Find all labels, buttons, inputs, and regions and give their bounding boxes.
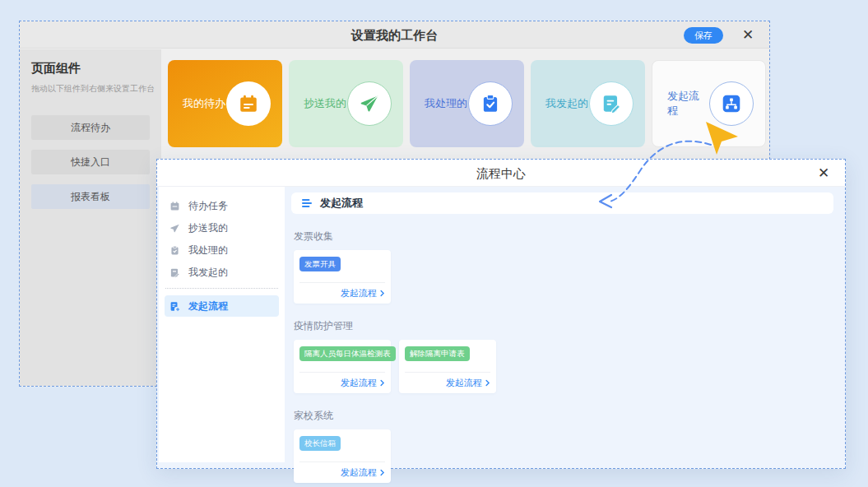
- process-tag-daily-temperature[interactable]: 隔离人员每日体温检测表: [299, 346, 396, 361]
- process-center-main: 发起流程 发票收集 发票开具 发起流程 疫情防护管理 隔离人员每日体温检测表 发…: [291, 187, 833, 468]
- menu-item-start-process[interactable]: 发起流程: [165, 295, 279, 317]
- widget-report-board[interactable]: 报表看板: [31, 184, 150, 209]
- card-label: 抄送我的: [304, 96, 346, 111]
- card-label: 我发起的: [545, 96, 588, 111]
- close-icon[interactable]: ✕: [812, 160, 835, 187]
- section-cards: 隔离人员每日体温检测表 发起流程 解除隔离申请表 发起流程: [291, 340, 833, 393]
- start-process-link[interactable]: 发起流程: [299, 372, 385, 389]
- card-label: 我处理的: [425, 96, 467, 111]
- widget-process-todo[interactable]: 流程待办: [31, 115, 150, 140]
- start-process-link[interactable]: 发起流程: [405, 372, 490, 389]
- note-pen-icon: [589, 81, 634, 126]
- main-header-bar: 发起流程: [291, 192, 833, 214]
- section-title-home-school: 家校系统: [294, 409, 833, 423]
- section-cards: 发票开具 发起流程: [291, 250, 833, 304]
- list-icon: [301, 198, 313, 208]
- menu-item-initiated-by-me[interactable]: 我发起的: [159, 262, 285, 284]
- clipboard-check-icon: [468, 81, 513, 126]
- sidebar-hint: 拖动以下组件到右侧来设置工作台: [31, 83, 150, 95]
- start-process-link[interactable]: 发起流程: [299, 282, 385, 299]
- chevron-right-icon: [380, 290, 385, 297]
- sidebar-title: 页面组件: [31, 61, 150, 77]
- widget-quick-entry[interactable]: 快捷入口: [31, 150, 150, 174]
- process-tag-principal-mailbox[interactable]: 校长信箱: [299, 436, 341, 451]
- workbench-titlebar: 设置我的工作台 保存 ✕: [20, 21, 769, 49]
- calendar-icon: [226, 81, 271, 126]
- process-center-titlebar: 流程中心 ✕: [157, 160, 845, 187]
- window-title: 流程中心: [157, 160, 845, 187]
- start-process-link-label: 发起流程: [341, 377, 377, 389]
- start-process-link-label: 发起流程: [341, 466, 377, 479]
- section-title-invoice: 发票收集: [294, 230, 833, 244]
- menu-item-handled-by-me[interactable]: 我处理的: [159, 239, 285, 262]
- chevron-right-icon: [380, 469, 385, 476]
- process-card-invoice: 发票开具 发起流程: [294, 250, 391, 304]
- card-my-todo[interactable]: 我的待办: [168, 60, 282, 147]
- components-sidebar: 页面组件 拖动以下组件到右侧来设置工作台 流程待办 快捷入口 报表看板: [20, 49, 161, 386]
- menu-item-label: 待办任务: [188, 199, 228, 213]
- save-button[interactable]: 保存: [684, 27, 723, 44]
- process-tag-invoice-issue[interactable]: 发票开具: [299, 257, 341, 271]
- window-title: 设置我的工作台: [20, 21, 769, 49]
- section-title-epidemic: 疫情防护管理: [294, 319, 833, 333]
- card-cc-me[interactable]: 抄送我的: [289, 60, 403, 147]
- start-process-link-label: 发起流程: [446, 377, 482, 389]
- chevron-right-icon: [485, 379, 490, 387]
- process-card-principal-mailbox: 校长信箱 发起流程: [294, 429, 391, 483]
- chevron-right-icon: [380, 379, 385, 387]
- card-handled-by-me[interactable]: 我处理的: [410, 60, 524, 147]
- menu-item-label: 抄送我的: [188, 221, 228, 235]
- section-cards: 校长信箱 发起流程: [291, 429, 833, 483]
- org-flow-icon: [709, 81, 754, 126]
- menu-item-label: 我发起的: [188, 266, 228, 280]
- card-initiated-by-me[interactable]: 我发起的: [531, 60, 645, 147]
- paper-plane-icon: [347, 81, 392, 126]
- menu-divider: [165, 288, 278, 289]
- clipboard-check-icon: [169, 245, 180, 256]
- process-card-temperature-form: 隔离人员每日体温检测表 发起流程: [294, 340, 391, 393]
- menu-item-cc-me[interactable]: 抄送我的: [159, 217, 285, 239]
- card-start-process[interactable]: 发起流程: [652, 60, 766, 147]
- process-card-release-quarantine: 解除隔离申请表 发起流程: [399, 340, 496, 393]
- close-icon[interactable]: ✕: [736, 21, 759, 49]
- process-center-window: 流程中心 ✕ 待办任务 抄送我的 我处理的: [156, 159, 846, 469]
- menu-item-todo-tasks[interactable]: 待办任务: [159, 195, 285, 217]
- process-center-menu: 待办任务 抄送我的 我处理的 我发起的: [159, 187, 285, 462]
- calendar-icon: [169, 201, 180, 211]
- main-header-title: 发起流程: [320, 196, 363, 211]
- start-process-link-label: 发起流程: [341, 287, 377, 299]
- card-label: 我的待办: [183, 96, 225, 111]
- paper-plane-icon: [169, 223, 180, 234]
- menu-item-label: 我处理的: [188, 244, 228, 257]
- card-label: 发起流程: [667, 89, 709, 118]
- note-pen-icon: [169, 267, 180, 278]
- process-tag-release-quarantine[interactable]: 解除隔离申请表: [405, 346, 470, 361]
- menu-item-label: 发起流程: [188, 299, 228, 313]
- workbench-cards-row: 我的待办 抄送我的: [168, 60, 769, 147]
- start-process-link[interactable]: 发起流程: [299, 461, 385, 479]
- doc-plus-icon: [169, 301, 180, 312]
